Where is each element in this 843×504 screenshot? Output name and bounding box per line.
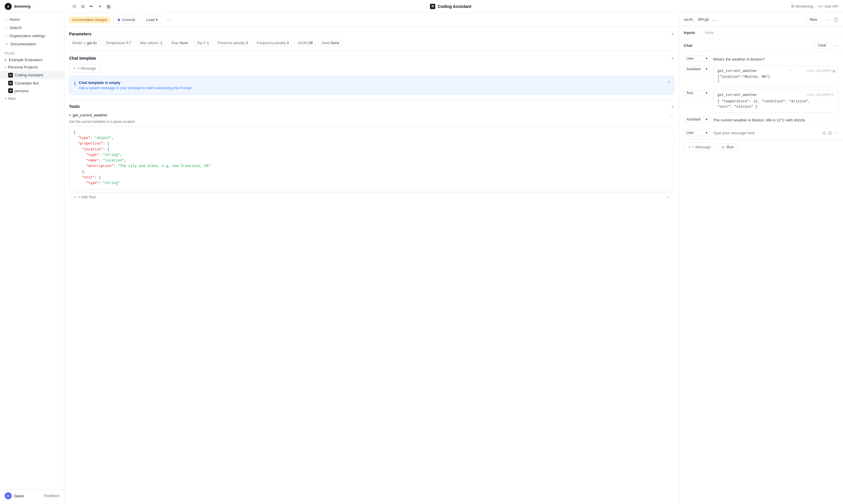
- run-button[interactable]: ▷ Run: [718, 143, 738, 151]
- middle-panel: Uncommitted changes Commit Load ▾ ⋯ Para…: [65, 13, 679, 504]
- coding-assistant-file-icon: M: [8, 73, 13, 77]
- assistant-role-badge-2[interactable]: Assistant ▾: [684, 116, 710, 123]
- chart-icon[interactable]: ▦: [107, 4, 111, 9]
- clear-button[interactable]: Clear: [814, 42, 830, 49]
- presence-penalty-value: 0: [246, 41, 248, 45]
- sidebar-new-button[interactable]: + New: [0, 94, 64, 102]
- user-role-badge[interactable]: User ▾: [684, 55, 710, 62]
- inputs-row: Inputs None: [679, 26, 843, 39]
- param-temperature[interactable]: Temperature 0.7: [103, 40, 135, 46]
- right-toolbar-more-icon[interactable]: ⋯: [825, 16, 830, 23]
- org-name: demoorg: [14, 4, 31, 8]
- commit-button[interactable]: Commit: [113, 16, 139, 24]
- sidebar-group-example-evaluators[interactable]: ▶ Example Evaluators: [0, 56, 64, 64]
- sidebar-item-coding-assistant[interactable]: M Coding Assistant ⋯: [0, 71, 64, 79]
- sidebar-coding-assistant-label: Coding Assistant: [15, 73, 43, 77]
- chat-input[interactable]: [713, 131, 820, 135]
- param-model[interactable]: Model ⊕ gpt-4o: [69, 40, 100, 46]
- sidebar-group-personal-projects[interactable]: ▾ Personal Projects: [0, 64, 64, 71]
- max-tokens-value: -1: [159, 41, 162, 45]
- tool-role-badge[interactable]: Tool ▾: [684, 90, 710, 96]
- add-tool-button[interactable]: + + Add Tool »: [69, 192, 674, 201]
- param-stop[interactable]: Stop None: [168, 40, 191, 46]
- assistant-role-badge-1[interactable]: Assistant ▾: [684, 66, 710, 72]
- param-top-p[interactable]: Top P 1: [193, 40, 212, 46]
- top-p-value: 1: [207, 41, 209, 45]
- monitoring-link[interactable]: ⚙ Monitoring: [791, 4, 813, 8]
- empty-template-notice: ℹ Chat template is empty Add a system me…: [69, 76, 674, 94]
- param-json[interactable]: JSON Off: [294, 40, 316, 46]
- input-actions: ⊖ ⊟ ⋯: [823, 130, 838, 136]
- sidebar-item-comedian-bot[interactable]: M Comedian Bot: [0, 79, 64, 87]
- inputs-value: None: [705, 31, 714, 35]
- org-logo[interactable]: d: [5, 3, 12, 10]
- param-frequency-penalty[interactable]: Frequency penalty 0: [253, 40, 292, 46]
- new-session-button[interactable]: New: [806, 16, 821, 23]
- middle-toolbar-more-icon[interactable]: ⋯: [166, 17, 171, 23]
- top-nav: d demoorg ⌃ ⊟ ⊞ ✏ ✦ ▦ M Coding Assistant…: [0, 0, 843, 13]
- session-id: sesh_ 2RYgb ...: [684, 17, 804, 22]
- add-tool-label: + Add Tool: [78, 195, 96, 199]
- main-layout: ○ Home ○ Search ○ Organization settings …: [0, 13, 843, 504]
- function-body: {"location":"Boston, MA"}): [717, 75, 834, 83]
- add-tool-plus-icon: +: [74, 195, 76, 199]
- org-section: d demoorg ⌃: [5, 3, 69, 10]
- chat-messages: User ▾ What's the weather in Boston? Ass…: [679, 52, 843, 140]
- param-max-tokens[interactable]: Max tokens -1: [137, 40, 166, 46]
- coding-assistant-options-icon[interactable]: ⋯: [55, 72, 59, 78]
- user-name: Gavin: [14, 494, 24, 498]
- sidebar-item-search[interactable]: ○ Search: [0, 23, 64, 32]
- sidebar-item-persona[interactable]: M persona: [0, 87, 64, 94]
- tool-result-block: get_current_weather call_ZKyVZHPjt { "te…: [713, 90, 838, 113]
- pen-icon[interactable]: ✏: [90, 4, 93, 9]
- add-message-button-bottom[interactable]: + + Message: [684, 143, 715, 151]
- tools-collapse-icon[interactable]: ∧: [671, 104, 674, 109]
- circle-icon[interactable]: ⊖: [823, 130, 826, 136]
- sidebar-item-home[interactable]: ○ Home: [0, 15, 64, 23]
- copy-icon[interactable]: ⊟: [828, 130, 832, 136]
- params-grid: Model ⊕ gpt-4o Temperature 0.7 Max token…: [69, 40, 674, 46]
- load-chevron-icon: ▾: [156, 18, 158, 22]
- user-input-role-badge[interactable]: User ▾: [684, 130, 710, 136]
- sparkle-icon[interactable]: ✦: [98, 4, 102, 9]
- param-presence-penalty[interactable]: Presence penalty 0: [214, 40, 251, 46]
- chat-section: Chat Clear ⋯ User ▾ What's the weather i…: [679, 39, 843, 154]
- chat-more-icon[interactable]: ⋯: [833, 43, 838, 48]
- feedback-button[interactable]: Feedback: [44, 494, 59, 498]
- add-message-plus-icon-bottom: +: [688, 145, 690, 149]
- grid-icon[interactable]: ⊞: [81, 4, 85, 9]
- commit-label: Commit: [122, 18, 135, 22]
- tool-role-chevron: ▾: [706, 91, 707, 95]
- sidebar-toggle-icon[interactable]: ⊟: [73, 4, 76, 9]
- sidebar-item-org-settings[interactable]: ○ Organization settings: [0, 32, 64, 40]
- uncommitted-badge: Uncommitted changes: [69, 17, 110, 23]
- collapse-right-icon[interactable]: »: [667, 195, 669, 199]
- history-icon[interactable]: 🕐: [833, 17, 838, 22]
- notice-close-button[interactable]: ✕: [667, 79, 671, 85]
- tool-role-label: Tool: [686, 91, 693, 95]
- load-button[interactable]: Load ▾: [142, 16, 162, 24]
- tool-description: Get the current weather in a given locat…: [69, 120, 674, 124]
- sidebar-item-documentation[interactable]: ↗ Documentation: [0, 40, 64, 48]
- tool-collapse-icon[interactable]: ▾: [69, 113, 71, 117]
- sidebar-org-settings-label: Organization settings: [10, 34, 45, 38]
- parameters-section-header: Parameters ∧: [69, 32, 674, 36]
- chat-template-title: Chat template: [69, 56, 96, 60]
- sidebar-bottom: G Gavin Feedback: [0, 490, 64, 502]
- settings-icon: ○: [5, 33, 7, 38]
- add-message-button[interactable]: + + Message: [69, 64, 101, 73]
- chat-template-collapse-icon[interactable]: ∧: [671, 56, 674, 60]
- tool-item: ▾ get_current_weather ⋯ Get the current …: [69, 112, 674, 190]
- org-chevron-icon[interactable]: ⌃: [33, 5, 35, 8]
- parameters-collapse-icon[interactable]: ∧: [671, 32, 674, 36]
- sidebar-persona-label: persona: [15, 89, 29, 93]
- tool-options-icon[interactable]: ⋯: [669, 112, 674, 118]
- user-profile[interactable]: G Gavin: [5, 492, 24, 499]
- minus-icon[interactable]: ⊖: [833, 69, 836, 74]
- param-seed[interactable]: Seed None: [318, 40, 343, 46]
- use-api-link[interactable]: </> Use API: [818, 4, 838, 8]
- info-icon: ℹ: [74, 81, 76, 86]
- tools-title: Tools: [69, 104, 80, 109]
- chat-message-tool: Tool ▾ get_current_weather call_ZKyVZHPj…: [684, 90, 838, 113]
- input-more-icon[interactable]: ⋯: [833, 130, 838, 136]
